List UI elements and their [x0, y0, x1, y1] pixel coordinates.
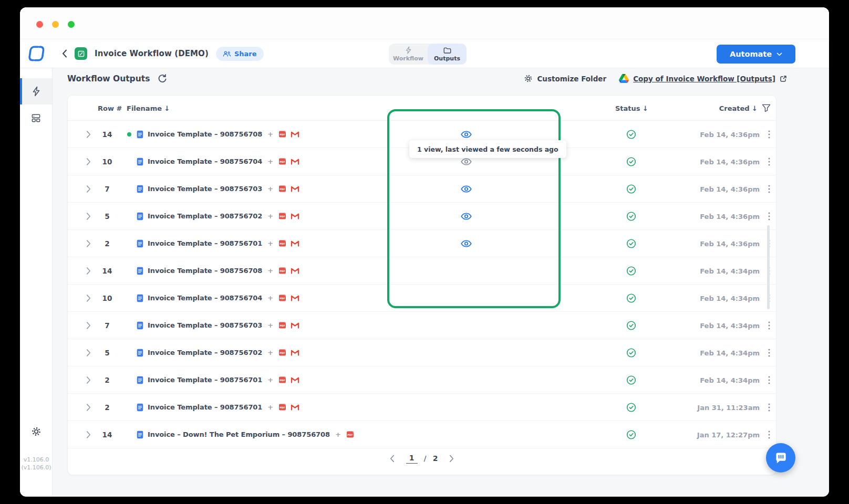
row-menu-kebab-icon[interactable]	[768, 185, 770, 193]
table-row[interactable]: 14 Invoice – Down! The Pet Emporium – 90…	[68, 421, 776, 448]
google-doc-file-icon[interactable]	[137, 267, 143, 275]
tab-outputs[interactable]: Outputs	[428, 44, 467, 65]
row-expander-chevron-icon[interactable]	[86, 430, 91, 438]
pdf-file-icon[interactable]: PDF	[346, 430, 354, 438]
gmail-icon[interactable]	[291, 131, 299, 138]
view-eye-icon[interactable]	[461, 185, 472, 193]
row-menu-kebab-icon[interactable]	[768, 430, 770, 439]
table-row[interactable]: 5 Invoice Template – 908756702 + PDF Feb…	[68, 339, 776, 366]
google-doc-file-icon[interactable]	[137, 430, 143, 439]
google-doc-file-icon[interactable]	[137, 212, 143, 220]
table-row[interactable]: 2 Invoice Template – 908756701 + PDF Feb…	[68, 230, 776, 257]
table-row[interactable]: 2 Invoice Template – 908756701 + PDF Feb…	[68, 366, 776, 394]
table-row[interactable]: 14 Invoice Template – 908756708 + PDF Fe…	[68, 257, 776, 285]
customize-folder-button[interactable]: Customize Folder	[524, 74, 606, 83]
drive-output-link[interactable]: Copy of Invoice Workflow [Outputs]	[619, 74, 787, 83]
chat-widget-button[interactable]	[766, 443, 795, 472]
gmail-icon[interactable]	[291, 213, 299, 219]
row-menu-kebab-icon[interactable]	[768, 349, 770, 357]
gmail-icon[interactable]	[291, 267, 299, 274]
row-menu-kebab-icon[interactable]	[768, 321, 770, 330]
gmail-icon[interactable]	[291, 376, 299, 383]
row-expander-chevron-icon[interactable]	[86, 376, 91, 384]
google-doc-file-icon[interactable]	[137, 130, 143, 139]
next-page-chevron-icon[interactable]	[449, 455, 454, 463]
row-expander-chevron-icon[interactable]	[86, 158, 91, 165]
sidebar-item-workflows[interactable]	[20, 78, 52, 104]
table-row[interactable]: 10 Invoice Template – 908756704 + PDF Fe…	[68, 285, 776, 312]
row-expander-chevron-icon[interactable]	[86, 130, 91, 138]
settings-gear-icon[interactable]	[20, 426, 53, 437]
view-eye-icon[interactable]	[461, 212, 472, 220]
filename-label[interactable]: Invoice Template – 908756708	[148, 267, 262, 275]
pdf-file-icon[interactable]: PDF	[278, 239, 286, 247]
pdf-file-icon[interactable]: PDF	[278, 376, 286, 384]
google-doc-file-icon[interactable]	[137, 403, 143, 412]
row-expander-chevron-icon[interactable]	[86, 403, 91, 411]
row-expander-chevron-icon[interactable]	[86, 185, 91, 193]
current-page-input[interactable]: 1	[406, 454, 418, 464]
filename-label[interactable]: Invoice Template – 908756701	[148, 239, 262, 247]
table-row[interactable]: 7 Invoice Template – 908756703 + PDF Feb…	[68, 312, 776, 339]
column-header-row[interactable]: Row #	[98, 104, 122, 112]
row-expander-chevron-icon[interactable]	[86, 212, 91, 220]
window-zoom-button[interactable]	[68, 21, 75, 28]
row-menu-kebab-icon[interactable]	[768, 130, 770, 139]
filename-label[interactable]: Invoice Template – 908756703	[148, 185, 262, 193]
pdf-file-icon[interactable]: PDF	[278, 185, 286, 193]
google-doc-file-icon[interactable]	[137, 294, 143, 302]
view-eye-icon[interactable]	[461, 239, 472, 247]
column-header-filename[interactable]: Filename ↓	[127, 104, 170, 112]
app-logo[interactable]	[20, 39, 53, 68]
back-button[interactable]	[62, 49, 67, 58]
pdf-file-icon[interactable]: PDF	[278, 349, 286, 356]
pdf-file-icon[interactable]: PDF	[278, 267, 286, 275]
gmail-icon[interactable]	[291, 158, 299, 165]
google-doc-file-icon[interactable]	[137, 158, 143, 166]
filter-funnel-icon[interactable]	[762, 104, 771, 112]
gmail-icon[interactable]	[291, 349, 299, 356]
pdf-file-icon[interactable]: PDF	[278, 294, 286, 302]
filename-label[interactable]: Invoice Template – 908756704	[148, 158, 262, 165]
google-doc-file-icon[interactable]	[137, 321, 143, 330]
filename-label[interactable]: Invoice Template – 908756701	[148, 376, 262, 384]
gmail-icon[interactable]	[291, 404, 299, 411]
table-row[interactable]: 7 Invoice Template – 908756703 + PDF Feb…	[68, 175, 776, 203]
row-menu-kebab-icon[interactable]	[768, 212, 770, 220]
row-expander-chevron-icon[interactable]	[86, 294, 91, 302]
scrollbar-thumb[interactable]	[767, 225, 770, 309]
row-menu-kebab-icon[interactable]	[768, 158, 770, 166]
row-expander-chevron-icon[interactable]	[86, 349, 91, 356]
window-close-button[interactable]	[36, 21, 43, 28]
previous-page-chevron-icon[interactable]	[390, 455, 395, 463]
google-doc-file-icon[interactable]	[137, 349, 143, 357]
filename-label[interactable]: Invoice Template – 908756701	[148, 403, 262, 411]
pdf-file-icon[interactable]: PDF	[278, 158, 286, 165]
sidebar-item-templates[interactable]	[20, 104, 52, 131]
row-expander-chevron-icon[interactable]	[86, 267, 91, 275]
table-row[interactable]: 2 Invoice Template – 908756701 + PDF Jan…	[68, 394, 776, 421]
filename-label[interactable]: Invoice Template – 908756702	[148, 212, 262, 220]
filename-label[interactable]: Invoice – Down! The Pet Emporium – 90875…	[148, 430, 330, 438]
view-eye-icon[interactable]	[461, 158, 472, 165]
automate-button[interactable]: Automate	[717, 45, 795, 64]
refresh-icon[interactable]	[158, 74, 167, 83]
google-doc-file-icon[interactable]	[137, 239, 143, 248]
pdf-file-icon[interactable]: PDF	[278, 321, 286, 329]
pdf-file-icon[interactable]: PDF	[278, 130, 286, 138]
row-expander-chevron-icon[interactable]	[86, 321, 91, 329]
row-menu-kebab-icon[interactable]	[768, 376, 770, 384]
gmail-icon[interactable]	[291, 240, 299, 247]
row-menu-kebab-icon[interactable]	[768, 403, 770, 412]
gmail-icon[interactable]	[291, 185, 299, 192]
view-eye-icon[interactable]	[461, 130, 472, 138]
google-doc-file-icon[interactable]	[137, 376, 143, 384]
gmail-icon[interactable]	[291, 322, 299, 329]
filename-label[interactable]: Invoice Template – 908756703	[148, 321, 262, 329]
column-header-status[interactable]: Status ↓	[615, 104, 648, 112]
row-expander-chevron-icon[interactable]	[86, 239, 91, 247]
gmail-icon[interactable]	[291, 295, 299, 301]
share-button[interactable]: Share	[216, 47, 264, 61]
pdf-file-icon[interactable]: PDF	[278, 403, 286, 411]
pdf-file-icon[interactable]: PDF	[278, 212, 286, 220]
